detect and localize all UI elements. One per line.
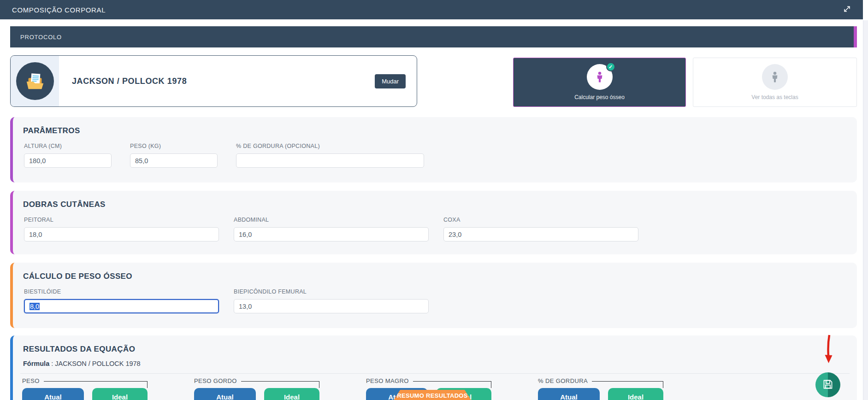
protocolo-label: PROTOCOLO bbox=[10, 34, 62, 41]
field-abdominal: ABDOMINAL bbox=[234, 217, 429, 241]
gordura-opcional-input[interactable] bbox=[236, 153, 424, 168]
field-label: % DE GORDURA (OPCIONAL) bbox=[236, 143, 424, 149]
field-gordura-opcional: % DE GORDURA (OPCIONAL) bbox=[236, 143, 424, 168]
field-label: PEITORAL bbox=[24, 217, 219, 223]
expand-icon bbox=[843, 5, 851, 14]
peitoral-input[interactable] bbox=[24, 227, 219, 241]
calc-bone-weight-card[interactable]: ✓ Calcular peso ósseo bbox=[513, 58, 686, 107]
result-group-gordura: % DE GORDURA Atual Ideal bbox=[538, 377, 663, 400]
field-peitoral: PEITORAL bbox=[24, 217, 219, 241]
biepicondilo-input[interactable] bbox=[234, 299, 429, 313]
folder-document-icon bbox=[16, 62, 54, 100]
biestiloide-input[interactable]: 8,0 bbox=[24, 299, 219, 313]
view-all-keys-card[interactable]: Ver todas as teclas bbox=[693, 58, 857, 107]
protocolo-bar: PROTOCOLO bbox=[10, 26, 857, 47]
field-label: PESO (KG) bbox=[130, 143, 218, 149]
formula-value: JACKSON / POLLOCK 1978 bbox=[55, 360, 140, 367]
person-icon-circle: ✓ bbox=[587, 64, 613, 90]
result-group-peso-gordo: PESO GORDO Atual Ideal bbox=[194, 377, 319, 400]
result-group-peso: PESO Atual Ideal bbox=[22, 377, 148, 400]
group-label: PESO MAGRO bbox=[366, 377, 413, 385]
section-title: RESULTADOS DA EQUAÇÃO bbox=[13, 335, 857, 354]
save-button[interactable] bbox=[815, 372, 840, 397]
group-label: PESO bbox=[22, 377, 44, 385]
field-label: COXA bbox=[443, 217, 638, 223]
abdominal-input[interactable] bbox=[234, 227, 429, 241]
results-divider bbox=[20, 373, 850, 374]
section-peso-osseo: CÁLCULO DE PESO ÓSSEO BIESTILÓIDE 8,0 BI… bbox=[10, 263, 857, 328]
field-label: BIEPICÔNDILO FEMURAL bbox=[234, 288, 429, 295]
protocol-title: JACKSON / POLLOCK 1978 bbox=[72, 76, 187, 86]
group-label: PESO GORDO bbox=[194, 377, 241, 385]
section-parametros: PARÂMETROS ALTURA (CM) PESO (KG) % DE GO… bbox=[10, 117, 857, 182]
peso-ideal-button[interactable]: Ideal bbox=[92, 388, 148, 400]
field-label: BIESTILÓIDE bbox=[24, 288, 219, 295]
altura-input[interactable] bbox=[24, 153, 112, 168]
coxa-input[interactable] bbox=[443, 227, 638, 241]
protocol-icon-panel bbox=[11, 56, 59, 106]
gordura-ideal-button[interactable]: Ideal bbox=[608, 388, 663, 400]
peso-input[interactable] bbox=[130, 153, 218, 168]
formula-line: Fórmula : JACKSON / POLLOCK 1978 bbox=[13, 354, 857, 367]
field-label: ALTURA (CM) bbox=[24, 143, 112, 149]
fullscreen-button[interactable] bbox=[843, 5, 851, 14]
resumo-resultados-tab[interactable]: RESUMO RESULTADOS bbox=[391, 390, 474, 400]
section-title: CÁLCULO DE PESO ÓSSEO bbox=[13, 263, 857, 281]
view-all-keys-label: Ver todas as teclas bbox=[751, 94, 798, 100]
field-biepicondilo: BIEPICÔNDILO FEMURAL bbox=[234, 288, 429, 313]
formula-label: Fórmula bbox=[23, 360, 49, 367]
person-icon-circle bbox=[762, 64, 788, 90]
peso-atual-button[interactable]: Atual bbox=[22, 388, 84, 400]
field-peso: PESO (KG) bbox=[130, 143, 218, 168]
field-label: ABDOMINAL bbox=[234, 217, 429, 223]
field-coxa: COXA bbox=[443, 217, 638, 241]
page-title: COMPOSIÇÃO CORPORAL bbox=[12, 6, 106, 14]
change-protocol-button[interactable]: Mudar bbox=[375, 74, 406, 88]
group-outline bbox=[592, 381, 663, 388]
group-label: % DE GORDURA bbox=[538, 377, 592, 385]
section-dobras-cutaneas: DOBRAS CUTÂNEAS PEITORAL ABDOMINAL COXA bbox=[10, 191, 857, 254]
check-badge-icon: ✓ bbox=[606, 62, 615, 71]
person-icon bbox=[769, 71, 781, 83]
peso-gordo-atual-button[interactable]: Atual bbox=[194, 388, 256, 400]
app-header: COMPOSIÇÃO CORPORAL bbox=[0, 0, 863, 19]
formula-sep: : bbox=[51, 360, 53, 367]
protocol-card: JACKSON / POLLOCK 1978 Mudar bbox=[10, 55, 417, 107]
calc-bone-weight-label: Calcular peso ósseo bbox=[574, 94, 625, 100]
person-icon bbox=[594, 71, 606, 83]
floppy-disk-icon bbox=[822, 378, 834, 392]
section-title: DOBRAS CUTÂNEAS bbox=[13, 191, 857, 209]
section-title: PARÂMETROS bbox=[13, 117, 857, 135]
field-altura: ALTURA (CM) bbox=[24, 143, 112, 168]
peso-gordo-ideal-button[interactable]: Ideal bbox=[264, 388, 319, 400]
group-outline bbox=[44, 381, 148, 388]
group-outline bbox=[413, 381, 491, 388]
field-biestiloide: BIESTILÓIDE 8,0 bbox=[24, 288, 219, 313]
protocolo-accent-stripe bbox=[854, 26, 857, 47]
gordura-atual-button[interactable]: Atual bbox=[538, 388, 600, 400]
selected-text: 8,0 bbox=[30, 303, 40, 310]
group-outline bbox=[241, 381, 319, 388]
scrollbar[interactable] bbox=[863, 20, 868, 400]
